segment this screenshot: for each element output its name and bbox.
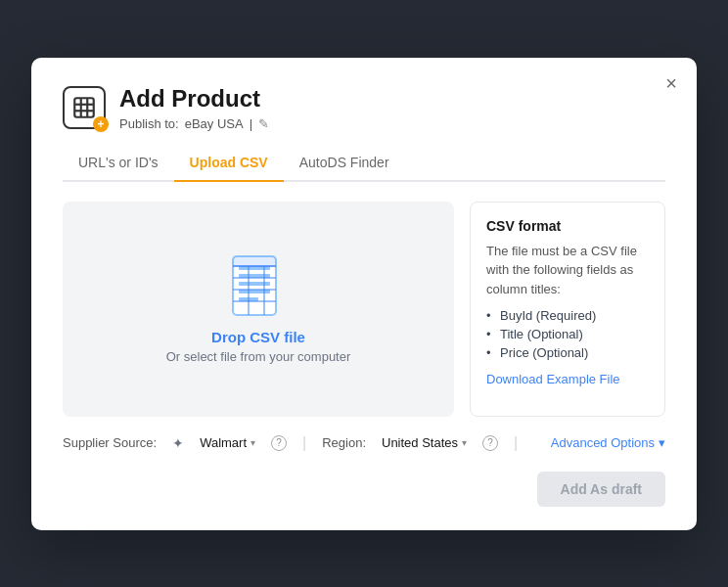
csv-field-0: BuyId (Required) [486,308,649,323]
drop-subtitle: Or select file from your computer [166,349,351,364]
region-help-icon[interactable]: ? [482,435,498,451]
svg-rect-11 [233,256,276,266]
tabs-bar: URL's or ID's Upload CSV AutoDS Finder [63,147,665,182]
csv-drop-zone[interactable]: Drop CSV file Or select file from your c… [63,202,454,417]
tab-autods-finder[interactable]: AutoDS Finder [284,147,405,182]
box-icon [71,95,97,120]
csv-fields-list: BuyId (Required) Title (Optional) Price … [486,308,649,360]
supplier-source-label: Supplier Source: [63,435,157,450]
region-label: Region: [322,435,366,450]
plus-badge: + [93,116,109,132]
csv-file-icon [231,254,286,317]
advanced-chevron-icon: ▾ [659,435,665,450]
divider2: | [514,434,518,452]
svg-rect-8 [239,282,270,286]
divider: | [302,434,306,452]
publish-to-label: Publish to: [119,116,179,131]
footer-actions: Add As draft [63,472,665,507]
modal-header: + Add Product Publish to: eBay USA | ✎ [63,85,665,131]
main-content: Drop CSV file Or select file from your c… [63,202,665,417]
publish-line: Publish to: eBay USA | ✎ [119,116,269,131]
csv-format-title: CSV format [486,218,649,234]
separator: | [250,116,252,131]
csv-field-1: Title (Optional) [486,327,649,341]
csv-field-2: Price (Optional) [486,345,649,360]
footer-bar: Supplier Source: ✦ Walmart ▾ ? | Region:… [63,434,665,452]
svg-rect-0 [74,98,94,117]
csv-info-box: CSV format The file must be a CSV file w… [470,202,665,417]
product-icon: + [63,86,106,129]
supplier-chevron-icon: ▾ [250,437,255,448]
close-button[interactable]: × [665,73,677,93]
region-dropdown[interactable]: United States ▾ [382,435,467,450]
supplier-settings-icon: ✦ [172,435,184,451]
modal-title: Add Product [119,85,269,113]
drop-csv-link[interactable]: Drop CSV file [211,329,305,345]
add-as-draft-button[interactable]: Add As draft [537,472,665,507]
tab-upload-csv[interactable]: Upload CSV [174,147,284,182]
region-chevron-icon: ▾ [462,437,467,448]
download-example-link[interactable]: Download Example File [486,372,620,386]
svg-rect-7 [239,274,270,278]
tab-urls[interactable]: URL's or ID's [63,147,174,182]
publish-channel: eBay USA [185,116,244,131]
svg-rect-9 [239,290,270,294]
edit-icon[interactable]: ✎ [258,116,269,131]
csv-format-description: The file must be a CSV file with the fol… [486,242,649,299]
supplier-value: Walmart [200,435,247,450]
advanced-options-label: Advanced Options [551,435,655,450]
add-product-modal: × + Add Product Publish to: eBay USA | ✎… [31,58,697,530]
title-block: Add Product Publish to: eBay USA | ✎ [119,85,269,131]
advanced-options-button[interactable]: Advanced Options ▾ [551,435,665,450]
region-value: United States [382,435,458,450]
supplier-dropdown[interactable]: Walmart ▾ [200,435,255,450]
supplier-help-icon[interactable]: ? [271,435,287,451]
